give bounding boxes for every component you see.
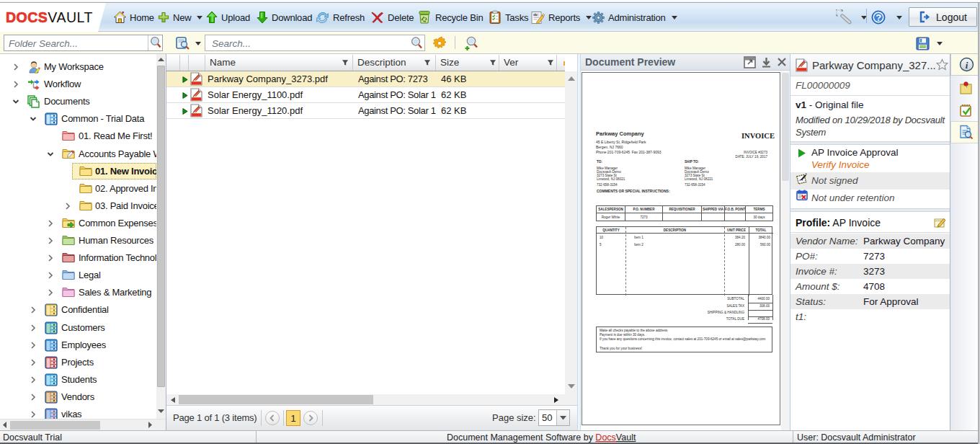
svg-text:i: i bbox=[966, 60, 968, 71]
svg-text:?: ? bbox=[876, 12, 881, 23]
